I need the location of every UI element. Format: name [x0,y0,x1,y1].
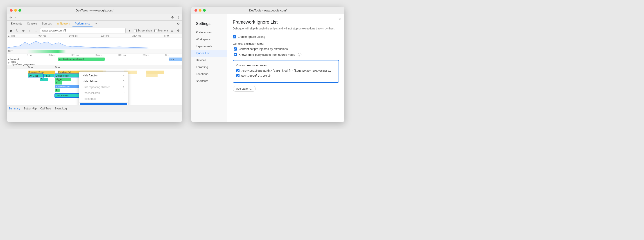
task-header-row: Task Task [7,65,182,69]
network-icon[interactable]: ⊞ [170,28,174,33]
enable-ignore-label: Enable Ignore Listing [238,35,265,38]
ctx-hide-children-label: Hide children [82,80,98,83]
maximize-button-left[interactable] [18,9,21,12]
bar-o[interactable]: O... [40,78,48,81]
memory-checkbox[interactable] [154,29,157,32]
screenshots-checkbox-label: Screenshots [134,29,152,32]
address-input[interactable] [40,28,126,33]
context-menu: Hide function H Hide children C Hide rep… [79,71,128,105]
marker-1994ms: 1994 ms [100,35,109,37]
settings-description: Debugger will skip through the scripts a… [233,26,339,31]
custom-rules-box: Custom exclusion rules: /ee=ALeJib:B8gLw… [233,60,339,83]
task-col-1: Task [27,66,54,69]
bar-on-ignore-list-1[interactable]: On ignore list [55,74,79,77]
rule-content-scripts: Content scripts injected by extensions [233,47,339,51]
tab-sources[interactable]: Sources [40,21,54,27]
nav-workspace[interactable]: Workspace [191,36,227,43]
left-window-title: DevTools - www.google.com/ [76,9,114,12]
enable-ignore-checkbox[interactable] [233,35,236,38]
dropdown-icon[interactable]: ▾ [128,28,132,33]
bar-c[interactable]: c [55,81,62,85]
ctx-reset-children-label: Reset children [82,92,100,95]
more-icon[interactable]: ⋮ [176,15,180,19]
net-bar [27,50,182,53]
ctx-hide-children-shortcut: C [123,80,124,83]
network-bar-area: gen_204 (www.google.com) client_ [27,58,182,61]
row-marker-359ms: 359 ms [142,54,149,56]
time-markers: ▲ 4 ms 994 ms 1494 ms 1994 ms 2494 ms CP… [7,34,182,38]
minimize-button-right[interactable] [199,9,202,12]
device-icon[interactable]: ▭ [14,15,19,19]
left-devtools-window: DevTools - www.google.com/ ⊹ ▭ ⚙ ⋮ Eleme… [7,7,182,122]
tab-performance[interactable]: Performance [72,21,92,27]
window-controls-left [10,9,21,12]
left-titlebar: DevTools - www.google.com/ [7,7,182,14]
nav-preferences[interactable]: Preferences [191,29,227,36]
page-title: Framework Ignore List [233,19,339,25]
minimize-button-left[interactable] [14,9,17,12]
bar-evaluate-script[interactable]: Evaluate Script [28,71,55,74]
screenshots-checkbox[interactable] [134,29,137,32]
bar-trigger[interactable]: trigger [55,78,71,81]
tab-elements[interactable]: Elements [8,21,24,27]
bar-a[interactable]: A [55,89,60,92]
general-rules-label: General exclusion rules: [233,42,339,45]
ctx-add-ignore[interactable]: Add script to ignore list [80,103,127,105]
close-button-left[interactable] [10,9,12,12]
close-button-right[interactable] [194,9,197,12]
network-row: ▶ Network gen_204 (www.google.com) clien… [7,57,182,61]
maximize-button-right[interactable] [203,9,206,12]
tab-bottom-up[interactable]: Bottom-Up [24,106,36,111]
settings-icon-2[interactable]: ⚙ [176,21,180,26]
tab-call-tree[interactable]: Call Tree [40,106,51,111]
nav-throttling[interactable]: Throttling [191,64,227,71]
ctx-reset-children-shortcut: U [123,92,124,94]
tab-network[interactable]: ⚠ Network [54,21,72,27]
task-col-2: Task [54,66,99,69]
refresh-icon[interactable]: ↻ [15,28,19,33]
settings-close-button[interactable]: × [338,17,341,21]
row-marker-3e: 3… [165,54,169,56]
cpu-chart [7,38,182,49]
bar-on-ilist[interactable]: On i...list [28,74,43,77]
perf-content: ▲ 4 ms 994 ms 1494 ms 1994 ms 2494 ms CP… [7,34,182,105]
client-bar: client_ [169,58,182,61]
tab-more[interactable]: » [93,21,99,27]
network-label: ▶ Network [7,58,27,60]
custom-rule-2-checkbox[interactable] [236,74,240,77]
rule-content-scripts-checkbox[interactable] [234,47,237,51]
settings-sidebar-title: Settings [191,18,227,29]
add-pattern-button[interactable]: Add pattern... [233,86,256,92]
bar-rus[interactable]: Ru...s [44,74,54,77]
settings-content: Settings Preferences Workspace Experimen… [191,14,344,122]
screenshots-label: Screenshots [138,29,152,32]
marker-1494ms: 1494 ms [69,35,78,37]
row-marker-339ms: 339 ms [118,54,126,56]
row-marker-329ms: 329 ms [71,54,79,56]
bar-on-ignore-list-2[interactable]: On ignore list [55,94,79,97]
nav-experiments[interactable]: Experiments [191,43,227,50]
record-icon[interactable]: ⏺ [8,28,13,33]
ctx-hide-children[interactable]: Hide children C [79,78,128,84]
nav-locations[interactable]: Locations [191,71,227,78]
settings-icon[interactable]: ⚙ [170,15,175,19]
nav-shortcuts[interactable]: Shortcuts [191,78,227,85]
tab-summary[interactable]: Summary [8,106,20,111]
rule-third-party-checkbox[interactable] [234,53,237,56]
ctx-hide-function[interactable]: Hide function H [79,73,128,78]
nav-devices[interactable]: Devices [191,57,227,64]
bar-extra-6 [146,74,158,77]
ctx-hide-repeating-label: Hide repeating children [82,86,110,89]
inspect-icon[interactable]: ⊹ [8,15,13,19]
upload-icon[interactable]: ↑ [28,28,32,33]
nav-ignore-list[interactable]: Ignore List [191,50,227,57]
tab-event-log[interactable]: Event Log [55,106,67,111]
custom-rule-1-checkbox[interactable] [236,69,240,72]
clear-icon[interactable]: ⊘ [21,28,26,33]
help-icon[interactable]: ? [298,53,302,56]
rule-third-party: Known third-party scripts from source ma… [233,53,339,56]
settings-icon-3[interactable]: ⚙ [176,28,180,33]
download-icon[interactable]: ↓ [34,28,38,33]
tab-console[interactable]: Console [25,21,39,27]
bar-extra-5 [146,71,164,74]
